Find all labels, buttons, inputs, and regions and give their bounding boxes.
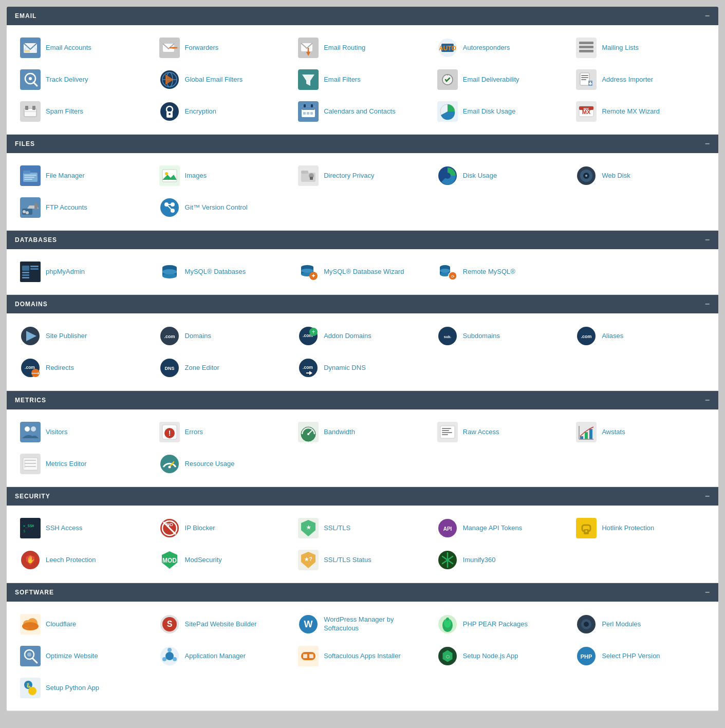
svg-point-120 xyxy=(440,269,450,273)
item-select-php[interactable]: PHPSelect PHP Version xyxy=(571,642,710,670)
section-header-metrics[interactable]: METRICS− xyxy=(7,391,718,409)
svg-rect-165 xyxy=(589,429,592,439)
item-php-pear[interactable]: PHP PEAR Packages xyxy=(432,610,571,639)
icon-email-filters xyxy=(298,69,319,90)
item-addon-domains[interactable]: .com+Addon Domains xyxy=(293,322,432,350)
item-application-manager[interactable]: Application Manager xyxy=(154,642,293,670)
icon-metrics-editor xyxy=(20,454,41,474)
item-setup-python[interactable]: 🐍Setup Python App xyxy=(15,674,154,702)
collapse-icon-domains[interactable]: − xyxy=(705,300,710,308)
item-zone-editor[interactable]: DNSZone Editor xyxy=(154,353,293,382)
svg-text:✦: ✦ xyxy=(311,272,316,279)
item-calendars-contacts[interactable]: Calendars and Contacts xyxy=(293,97,432,126)
item-softaculous[interactable]: Softaculous Apps Installer xyxy=(293,642,432,670)
item-remote-mx-wizard[interactable]: MXMXRemote MX Wizard xyxy=(571,97,710,126)
item-mysql-databases[interactable]: MySQL® Databases xyxy=(154,257,293,286)
item-modsecurity[interactable]: MODModSecurity xyxy=(154,546,293,574)
icon-cloudflare xyxy=(20,614,41,634)
item-resource-usage[interactable]: Resource Usage xyxy=(154,450,293,478)
item-email-accounts[interactable]: Email Accounts xyxy=(15,33,154,62)
svg-rect-161 xyxy=(442,434,448,435)
item-optimize-website[interactable]: Optimize Website xyxy=(15,642,154,670)
item-images[interactable]: Images xyxy=(154,161,293,190)
item-subdomains[interactable]: sub.Subdomains xyxy=(432,322,571,350)
section-body-domains: Site Publisher.comDomains.com+Addon Doma… xyxy=(7,313,718,390)
item-file-manager[interactable]: File Manager xyxy=(15,161,154,190)
svg-rect-57 xyxy=(303,112,306,115)
icon-errors: ! xyxy=(159,422,180,442)
section-header-domains[interactable]: DOMAINS− xyxy=(7,295,718,313)
item-ssh-access[interactable]: >_SSH$SSH Access xyxy=(15,514,154,543)
svg-text:PHP: PHP xyxy=(581,654,592,660)
item-address-importer[interactable]: Address Importer xyxy=(571,65,710,94)
item-mailing-lists[interactable]: Mailing Lists xyxy=(571,33,710,62)
item-redirects[interactable]: .com⟿Redirects xyxy=(15,353,154,382)
item-global-email-filters[interactable]: Global Email Filters xyxy=(154,65,293,94)
label-manage-api-tokens: Manage API Tokens xyxy=(463,524,522,533)
item-ssl-tls[interactable]: ★SSL/TLS xyxy=(293,514,432,543)
item-raw-access[interactable]: Raw Access xyxy=(432,418,571,446)
svg-point-83 xyxy=(444,173,451,179)
item-hotlink-protection[interactable]: Hotlink Protection xyxy=(571,514,710,543)
item-email-filters[interactable]: Email Filters xyxy=(293,65,432,94)
item-visitors[interactable]: Visitors xyxy=(15,418,154,446)
icon-setup-python: 🐍 xyxy=(20,678,41,698)
item-ip-blocker[interactable]: NOIP Blocker xyxy=(154,514,293,543)
section-header-software[interactable]: SOFTWARE− xyxy=(7,583,718,602)
section-header-security[interactable]: SECURITY− xyxy=(7,487,718,506)
item-spam-filters[interactable]: Spam Filters xyxy=(15,97,154,126)
collapse-icon-files[interactable]: − xyxy=(705,140,710,148)
item-git-version-control[interactable]: Git™ Version Control xyxy=(154,193,293,222)
item-sitepad[interactable]: SSitePad Website Builder xyxy=(154,610,293,639)
item-ssl-tls-status[interactable]: ★?SSL/TLS Status xyxy=(293,546,432,574)
icon-ssh-access: >_SSH$ xyxy=(20,518,41,538)
item-leech-protection[interactable]: ✋Leech Protection xyxy=(15,546,154,574)
item-aliases[interactable]: .comAliases xyxy=(571,322,710,350)
item-disk-usage[interactable]: Disk Usage xyxy=(432,161,571,190)
item-dynamic-dns[interactable]: .comDynamic DNS xyxy=(293,353,432,382)
svg-text:✋: ✋ xyxy=(26,555,35,564)
section-header-email[interactable]: EMAIL− xyxy=(7,7,718,25)
label-ftp-accounts: FTP Accounts xyxy=(46,203,87,212)
section-header-files[interactable]: FILES− xyxy=(7,135,718,153)
item-email-deliverability[interactable]: Email Deliverability xyxy=(432,65,571,94)
label-spam-filters: Spam Filters xyxy=(46,107,83,116)
item-manage-api-tokens[interactable]: APIManage API Tokens xyxy=(432,514,571,543)
section-header-databases[interactable]: DATABASES− xyxy=(7,231,718,249)
label-ssl-tls: SSL/TLS xyxy=(324,524,350,533)
item-metrics-editor[interactable]: Metrics Editor xyxy=(15,450,154,478)
item-email-disk-usage[interactable]: Email Disk Usage xyxy=(432,97,571,126)
icon-php-pear xyxy=(437,614,458,634)
item-cloudflare[interactable]: Cloudflare xyxy=(15,610,154,639)
collapse-icon-security[interactable]: − xyxy=(705,492,710,500)
svg-text:.com: .com xyxy=(581,334,592,339)
item-phpmyadmin[interactable]: phpMyAdmin xyxy=(15,257,154,286)
item-imunify360[interactable]: Imunify360 xyxy=(432,546,571,574)
item-directory-privacy[interactable]: Directory Privacy xyxy=(293,161,432,190)
item-email-routing[interactable]: Email Routing xyxy=(293,33,432,62)
item-nodejs[interactable]: ⬡Setup Node.js App xyxy=(432,642,571,670)
collapse-icon-email[interactable]: − xyxy=(705,12,710,20)
item-mysql-database-wizard[interactable]: ✦MySQL® Database Wizard xyxy=(293,257,432,286)
item-site-publisher[interactable]: Site Publisher xyxy=(15,322,154,350)
collapse-icon-software[interactable]: − xyxy=(705,588,710,596)
item-bandwidth[interactable]: Bandwidth xyxy=(293,418,432,446)
item-forwarders[interactable]: Forwarders xyxy=(154,33,293,62)
cpanel-main: EMAIL−Email AccountsForwardersEmail Rout… xyxy=(6,6,719,712)
item-domains[interactable]: .comDomains xyxy=(154,322,293,350)
collapse-icon-metrics[interactable]: − xyxy=(705,396,710,404)
svg-point-147 xyxy=(31,426,36,432)
item-wordpress-manager[interactable]: WWordPress Manager by Softaculous xyxy=(293,610,432,639)
label-addon-domains: Addon Domains xyxy=(324,332,371,341)
item-awstats[interactable]: Awstats xyxy=(571,418,710,446)
collapse-icon-databases[interactable]: − xyxy=(705,236,710,244)
item-perl-modules[interactable]: Perl Modules xyxy=(571,610,710,639)
svg-rect-72 xyxy=(24,179,32,180)
item-track-delivery[interactable]: Track Delivery xyxy=(15,65,154,94)
item-web-disk[interactable]: Web Disk xyxy=(571,161,710,190)
item-ftp-accounts[interactable]: FTP Accounts xyxy=(15,193,154,222)
item-remote-mysql[interactable]: ⟳Remote MySQL® xyxy=(432,257,571,286)
item-errors[interactable]: !Errors xyxy=(154,418,293,446)
item-autoresponders[interactable]: AUTOAutoresponders xyxy=(432,33,571,62)
item-encryption[interactable]: Encryption xyxy=(154,97,293,126)
